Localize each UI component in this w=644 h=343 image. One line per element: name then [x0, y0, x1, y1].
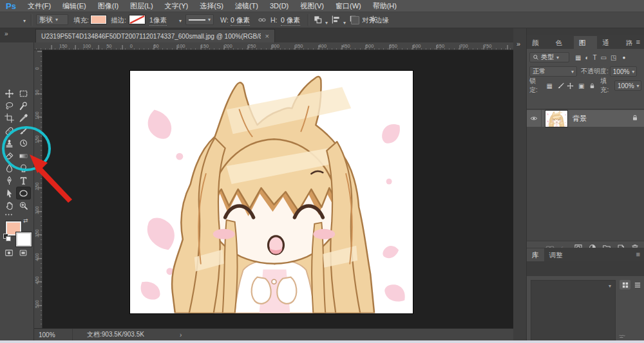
menu-item-10[interactable]: 帮助(H): [367, 2, 402, 10]
smart-object-filter-icon[interactable]: ◳: [611, 54, 616, 61]
pen-tool[interactable]: [3, 175, 16, 187]
search-icon: [533, 54, 539, 60]
stroke-color-swatch[interactable]: [129, 15, 146, 24]
layer-name[interactable]: 背景: [573, 114, 631, 124]
tool-preset-ellipse-icon[interactable]: [9, 15, 19, 25]
grid-view-button[interactable]: [620, 280, 630, 290]
panel-tab-4[interactable]: 路径: [621, 36, 644, 49]
clone-stamp-tool[interactable]: [3, 138, 16, 149]
pixel-filter-icon[interactable]: ▦: [575, 54, 581, 61]
screen-mode-icon[interactable]: [18, 248, 30, 258]
menu-item-9[interactable]: 窗口(W): [330, 2, 367, 10]
lower-panel-tab-0[interactable]: 库: [527, 248, 544, 261]
stroke-width-caret-icon[interactable]: ▾: [179, 18, 182, 24]
blend-mode-select[interactable]: 正常▾: [529, 66, 577, 77]
healing-brush-tool[interactable]: [3, 125, 16, 136]
close-tab-icon[interactable]: ×: [265, 32, 269, 40]
path-alignment-icon[interactable]: [331, 15, 341, 25]
filter-toggle-icon[interactable]: ●: [623, 55, 626, 60]
panel-tab-2[interactable]: 图层: [574, 36, 597, 49]
v-ruler-label: 250: [34, 180, 40, 193]
panel-tab-3[interactable]: 通道: [597, 36, 620, 49]
swap-colors-icon[interactable]: ⇄: [23, 218, 28, 224]
menu-item-3[interactable]: 图层(L): [124, 2, 158, 10]
layer-filter-select[interactable]: 类型 ▾: [529, 52, 569, 62]
default-colors-icon[interactable]: [3, 234, 10, 240]
ellipse-tool[interactable]: [17, 187, 30, 199]
status-chevron-icon[interactable]: ›: [180, 331, 182, 338]
layer-fill-field[interactable]: 100%▾: [614, 80, 641, 91]
stroke-width-value[interactable]: 1像素: [149, 16, 167, 26]
document-size-info: 文档:903.5K/903.5K: [73, 330, 144, 339]
vertical-ruler[interactable]: 050100150200250300350400450500: [34, 50, 43, 328]
collapse-panels-icon[interactable]: »: [516, 40, 520, 48]
document-tab[interactable]: U2319P55T4D134846F50DT20071120174337_600…: [35, 29, 275, 42]
type-filter-icon[interactable]: T: [593, 54, 597, 61]
document-canvas[interactable]: [130, 71, 413, 313]
layer-row-background[interactable]: 背景: [527, 110, 644, 127]
lower-panel-tab-1[interactable]: 调整: [544, 248, 568, 261]
menu-item-7[interactable]: 3D(D): [264, 2, 294, 10]
layer-visibility-toggle[interactable]: [527, 110, 542, 127]
lock-icons: ▦▣: [544, 82, 598, 89]
blur-tool[interactable]: [3, 162, 16, 174]
blend-mode-value: 正常: [533, 67, 545, 76]
type-tool[interactable]: [17, 175, 30, 187]
link-dimensions-icon[interactable]: [258, 16, 268, 26]
lock-artboard-icon[interactable]: ▣: [576, 82, 586, 89]
height-field[interactable]: 0 像素: [281, 16, 300, 26]
path-selection-tool[interactable]: [3, 187, 16, 199]
background-color-swatch[interactable]: [15, 232, 32, 247]
menu-item-4[interactable]: 文字(Y): [159, 2, 194, 10]
zoom-level-field[interactable]: 100%: [34, 329, 73, 340]
lock-transparent-icon[interactable]: ▦: [545, 82, 554, 89]
menu-item-2[interactable]: 图像(I): [92, 2, 124, 10]
brush-tool[interactable]: [17, 125, 30, 136]
gradient-tool[interactable]: [17, 150, 30, 162]
dodge-tool[interactable]: [17, 162, 30, 174]
panel-tab-0[interactable]: 颜色: [527, 36, 550, 49]
libraries-menu-icon[interactable]: ≡: [636, 250, 640, 258]
quick-mask-icon[interactable]: [4, 248, 15, 258]
history-brush-tool[interactable]: [17, 138, 30, 149]
tool-preset-caret-icon[interactable]: ▾: [23, 18, 26, 24]
eraser-tool[interactable]: [3, 150, 16, 162]
lock-image-icon[interactable]: [557, 82, 564, 89]
stroke-style-select[interactable]: ▾: [185, 14, 214, 25]
quick-selection-tool[interactable]: [17, 100, 30, 111]
menu-item-8[interactable]: 视图(V): [294, 2, 330, 10]
marquee-tool[interactable]: [17, 88, 30, 99]
path-operations-icon[interactable]: [313, 15, 323, 25]
libraries-dropdown-icon[interactable]: ▾: [609, 283, 611, 289]
tool-mode-select[interactable]: 形状▾: [36, 14, 68, 25]
h-ruler-label: 650: [437, 43, 445, 49]
move-tool[interactable]: [3, 88, 16, 99]
opacity-field[interactable]: 100%▾: [610, 66, 637, 77]
list-view-button[interactable]: [632, 280, 643, 290]
shape-filter-icon[interactable]: ▭: [601, 54, 607, 61]
menu-item-6[interactable]: 滤镜(T): [229, 2, 264, 10]
menu-item-1[interactable]: 编辑(E): [57, 2, 92, 10]
crop-tool[interactable]: [3, 113, 16, 124]
menu-item-5[interactable]: 选择(S): [194, 2, 229, 10]
horizontal-ruler[interactable]: 1501005005010015020025030035040045050055…: [34, 42, 513, 50]
zoom-tool[interactable]: [17, 200, 30, 212]
edit-toolbar-ellipsis-icon[interactable]: [2, 209, 15, 220]
toolbar-collapse-icon[interactable]: »: [5, 30, 8, 37]
panel-tab-1[interactable]: 色板: [550, 36, 573, 49]
lock-position-icon[interactable]: [567, 82, 574, 89]
eyedropper-tool[interactable]: [17, 113, 30, 124]
v-ruler-label: 350: [34, 227, 40, 240]
v-ruler-label: 500: [34, 298, 40, 311]
align-edges-checkbox[interactable]: [351, 16, 359, 24]
lasso-tool[interactable]: [3, 100, 16, 111]
h-ruler-label: 550: [389, 43, 397, 49]
lock-all-icon[interactable]: [589, 82, 596, 89]
adjustment-filter-icon[interactable]: ◐: [585, 54, 589, 61]
width-field[interactable]: 0 像素: [231, 16, 250, 26]
layer-thumbnail[interactable]: [545, 111, 567, 127]
panel-menu-icon[interactable]: ≡: [636, 38, 640, 46]
h-ruler-label: 500: [366, 43, 374, 49]
fill-color-swatch[interactable]: [90, 15, 107, 24]
menu-item-0[interactable]: 文件(F): [22, 2, 57, 10]
